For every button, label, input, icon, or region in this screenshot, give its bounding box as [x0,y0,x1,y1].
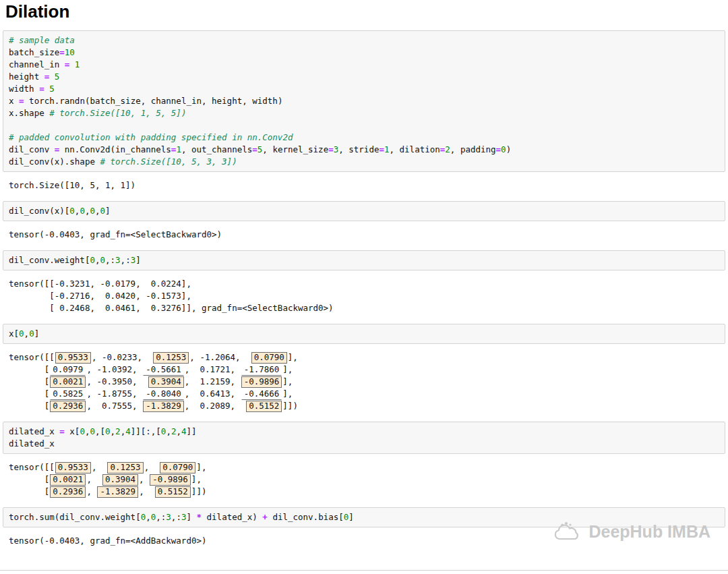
code-token: ] [105,206,111,216]
highlighted-value: 0.2936 [50,486,86,498]
code-token: , 0.2089, [185,401,245,411]
code-token: , 0.6413, [185,389,241,399]
code-cell-x-line: x[0,0] [9,328,719,340]
code-token: ,: [156,512,166,522]
number-token: 2 [115,426,121,436]
number-token: 0 [105,426,111,436]
output-x-highlighted-line: [0.2936, 0.7555, -1.3829, 0.2089, 0.5152… [9,400,719,412]
code-token: , 0.7555, [86,401,142,411]
highlighted-value: -0.9896 [241,376,282,388]
code-token: tensor(-0.0403, grad_fn=<SelectBackward0… [9,229,222,239]
number-token: 1 [384,144,390,154]
operator-token: = [19,96,24,106]
code-cell-x[interactable]: x[0,0] [3,324,725,344]
code-token: [ 0.2468, 0.0461, 0.3276]], grad_fn=<Sel… [9,303,334,313]
code-token: , [95,206,100,216]
code-token: ] [34,328,40,339]
code-token: , out_channels [181,144,252,154]
code-token: , [111,426,116,436]
number-token: 5 [55,71,60,82]
code-cell-manual-sum[interactable]: torch.sum(dil_conv.weight[0,0,:3,:3] * d… [3,507,725,527]
code-token: ], [288,352,298,362]
code-token [69,59,75,69]
highlighted-value: -0.9896 [150,474,191,486]
code-token: x [9,96,19,106]
code-token: ], [282,376,293,386]
highlighted-value: 0.9533 [55,462,91,473]
number-token: 1 [75,59,80,69]
code-token: [ [9,389,49,399]
code-token: width [9,84,39,94]
code-token: dil_conv [9,144,55,154]
code-token: , [24,328,30,339]
code-token: , [176,426,181,436]
number-token: 0 [29,328,34,339]
code-token: ]]) [191,486,207,496]
code-cell-setup[interactable]: # sample databatch_size=10channel_in = 1… [3,30,725,172]
operator-token: * [197,512,202,522]
number-token: 5 [49,84,55,94]
code-token: tensor([[ [9,352,55,362]
number-token: 0 [100,255,105,265]
highlighted-value: 0.0021 [50,376,86,388]
underlined-value: -0.5661 [143,364,184,376]
operator-token: = [59,47,65,57]
notebook-page: Dilation # sample databatch_size=10chann… [0,1,728,550]
code-cell-manual-sum-line: torch.sum(dil_conv.weight[0,0,:3,:3] * d… [9,511,719,523]
highlighted-value: -1.3829 [143,401,184,412]
output-dilated-x-line: [0.0021, 0.3904, -0.9896], [9,473,719,486]
code-token: , -0.0233, [92,352,152,362]
output-conv-shape-line: torch.Size([10, 5, 1, 1]) [9,179,719,192]
code-cell-setup-line: dil_conv = nn.Conv2d(in_channels=1, out_… [9,144,719,156]
output-weight: tensor([[-0.3231, -0.0179, 0.0224], [-0.… [3,275,725,317]
number-token: 0 [80,206,85,216]
output-dilconv-value-line: tensor(-0.0403, grad_fn=<SelectBackward0… [9,229,719,241]
number-token: 4 [181,426,187,436]
code-token: [-0.2716, 0.0420, -0.1573], [9,291,191,301]
code-token: dilated_x [9,426,59,436]
code-token: height [9,71,44,82]
highlighted-value: 0.0790 [160,462,195,473]
code-token: ], [196,462,206,472]
code-token: , [139,486,154,496]
code-cell-dilated-x[interactable]: dilated_x = x[0,0,[0,2,4]][:,[0,2,4]]dil… [3,422,725,454]
code-cell-weight[interactable]: dil_conv.weight[0,0,:3,:3] [3,250,725,270]
output-x-highlighted-line: [0.0021, -0.3950, 0.3904, 1.2159, -0.989… [9,376,719,388]
code-token: [ [9,474,49,484]
code-cell-dilconv-value-line: dil_conv(x)[0,0,0,0] [9,205,719,217]
code-token: ) [506,144,512,154]
notebook: # sample databatch_size=10channel_in = 1… [0,30,728,550]
underlined-value: 0.5825 [50,389,86,400]
code-token: ], [282,389,293,399]
code-token: tensor(-0.0403, grad_fn=<AddBackward0>) [9,536,207,546]
underlined-value: -1.7860 [241,364,282,376]
code-token: ,[ [95,426,105,436]
code-cell-dilconv-value[interactable]: dil_conv(x)[0,0,0,0] [3,201,725,221]
highlighted-value: 0.9533 [55,352,91,364]
output-manual-sum: tensor(-0.0403, grad_fn=<AddBackward0>) [3,532,725,550]
code-cell-setup-line: batch_size=10 [9,47,719,59]
output-weight-line: tensor([[-0.3231, -0.0179, 0.0224], [9,278,719,290]
code-token: x.shape [9,108,49,118]
number-token: 0 [19,328,24,339]
operator-token: = [379,144,384,154]
operator-token: + [262,512,268,522]
operator-token: = [59,426,65,436]
code-cell-setup-line: # sample data [9,34,719,47]
comment-token: # torch.Size([10, 5, 3, 3]) [100,156,237,167]
code-token: , -0.3950, [86,376,147,386]
code-token: dilated_x) [202,512,262,522]
code-token: x[ [65,426,80,436]
code-token: ,: [121,255,131,265]
code-token: , stride [338,144,379,154]
code-token: ,: [105,255,115,265]
code-cell-setup-line: # padded convolution with padding specif… [9,132,719,144]
code-token: x[ [9,328,19,339]
code-token: [ [9,376,49,386]
code-token: , [146,512,151,522]
output-dilated-x-line: [0.2936, -1.3829, 0.5152]]) [9,486,719,498]
code-token: , 1.2159, [185,376,241,386]
code-token: , -1.0392, [86,364,142,374]
output-conv-shape: torch.Size([10, 5, 1, 1]) [3,177,725,194]
output-x-highlighted-line: [0.5825, -1.8755, -0.8040, 0.6413, -0.46… [9,388,719,400]
